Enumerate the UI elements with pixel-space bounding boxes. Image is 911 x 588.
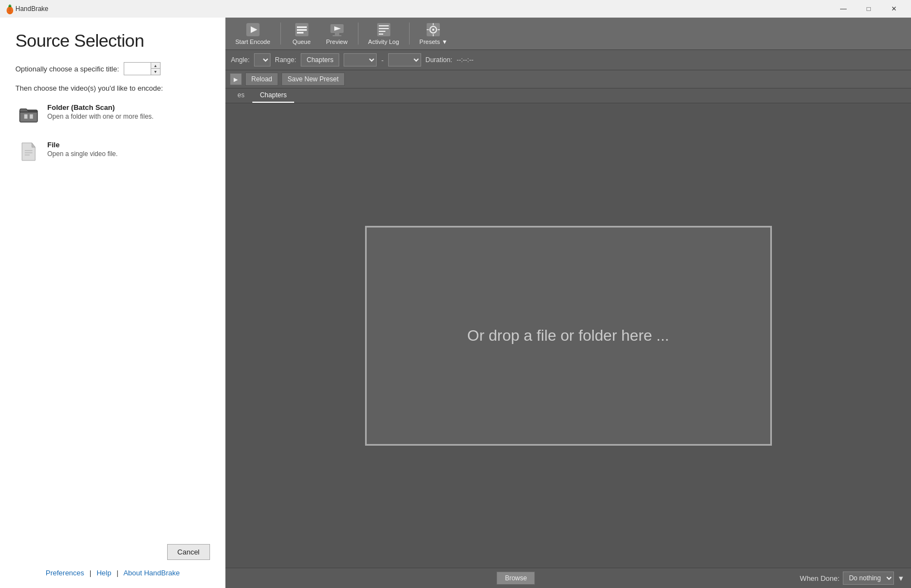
start-encode-button[interactable]: Start Encode	[230, 20, 276, 47]
folder-option-name: Folder (Batch Scan)	[47, 103, 153, 112]
minimize-button[interactable]: —	[831, 0, 856, 18]
queue-label: Queue	[292, 38, 311, 45]
file-icon	[18, 141, 40, 163]
svg-rect-21	[297, 32, 303, 34]
angle-select[interactable]	[254, 53, 270, 66]
controls-row: Angle: Range: Chapters - Duration: --:--…	[225, 50, 911, 70]
queue-button[interactable]: Queue	[285, 20, 318, 47]
source-links: Preferences | Help | About HandBrake	[15, 569, 210, 577]
folder-option-desc: Open a folder with one or more files.	[47, 113, 153, 120]
encode-label: Then choose the video(s) you'd like to e…	[15, 84, 210, 92]
when-done-label: When Done:	[800, 574, 840, 583]
arrow-button[interactable]: ▶	[230, 73, 242, 85]
when-done-select[interactable]: Do nothing Shutdown Suspend Hibernate Sl…	[843, 572, 894, 585]
drop-zone-container: Or drop a file or folder here ...	[225, 103, 911, 568]
queue-icon	[294, 22, 310, 37]
when-done-dropdown-arrow: ▼	[897, 574, 904, 583]
about-link[interactable]: About HandBrake	[123, 569, 180, 577]
file-option-text: File Open a single video file.	[47, 141, 118, 158]
toolbar: Start Encode Queue	[225, 18, 911, 50]
range-dash: -	[381, 56, 383, 64]
title-spinner[interactable]: ▲ ▼	[124, 62, 161, 75]
file-option-name: File	[47, 141, 118, 149]
source-content: Source Selection Optionally choose a spe…	[0, 18, 225, 535]
tab-es[interactable]: es	[230, 88, 252, 103]
drop-text: Or drop a file or folder here ...	[467, 327, 669, 345]
presets-label: Presets ▼	[419, 38, 448, 45]
tab-row: es Chapters	[225, 88, 911, 103]
folder-option[interactable]: Folder (Batch Scan) Open a folder with o…	[15, 101, 210, 127]
window-controls: — □ ✕	[831, 0, 907, 18]
toolbar-sep-3	[409, 23, 410, 45]
chapters-button[interactable]: Chapters	[301, 53, 340, 66]
duration-value: --:--:--	[456, 56, 473, 64]
svg-rect-23	[335, 33, 339, 35]
svg-rect-27	[379, 25, 389, 26]
svg-rect-10	[20, 112, 37, 122]
preferences-link[interactable]: Preferences	[46, 569, 84, 577]
reload-button[interactable]: Reload	[245, 73, 278, 86]
title-bar: HandBrake — □ ✕	[0, 0, 911, 18]
start-encode-icon	[245, 22, 261, 37]
help-link[interactable]: Help	[97, 569, 112, 577]
when-done: When Done: Do nothing Shutdown Suspend H…	[800, 572, 904, 585]
svg-rect-29	[379, 31, 385, 32]
activity-log-icon	[376, 22, 391, 37]
separator-2: |	[117, 569, 118, 577]
close-button[interactable]: ✕	[881, 0, 907, 18]
start-encode-label: Start Encode	[235, 38, 270, 45]
svg-rect-30	[379, 34, 383, 35]
source-title: Source Selection	[15, 31, 210, 51]
maximize-button[interactable]: □	[856, 0, 881, 18]
source-panel: Source Selection Optionally choose a spe…	[0, 18, 225, 588]
spinner-up[interactable]: ▲	[151, 63, 160, 69]
range-end-select[interactable]	[388, 53, 421, 66]
app-title: HandBrake	[15, 5, 831, 13]
bottom-bar: Browse When Done: Do nothing Shutdown Su…	[225, 568, 911, 588]
duration-label: Duration:	[426, 56, 452, 64]
spinner-buttons: ▲ ▼	[151, 63, 160, 75]
title-row: Optionally choose a specific title: ▲ ▼	[15, 62, 210, 75]
toolbar-sep-2	[358, 23, 358, 45]
source-bottom: Cancel Preferences | Help | About HandBr…	[0, 535, 225, 588]
app-container: Source Selection Optionally choose a spe…	[0, 18, 911, 588]
tab-chapters[interactable]: Chapters	[252, 88, 295, 103]
svg-point-1	[7, 7, 13, 13]
activity-log-label: Activity Log	[368, 38, 399, 45]
svg-rect-19	[297, 26, 307, 28]
drop-zone[interactable]: Or drop a file or folder here ...	[365, 226, 772, 446]
file-option-desc: Open a single video file.	[47, 150, 118, 158]
preview-button[interactable]: Preview	[321, 20, 354, 47]
separator-1: |	[90, 569, 91, 577]
title-label: Optionally choose a specific title:	[15, 65, 119, 73]
presets-button[interactable]: Presets ▼	[414, 20, 453, 47]
range-label: Range:	[275, 56, 296, 64]
svg-rect-24	[333, 35, 341, 36]
preview-label: Preview	[326, 38, 347, 45]
preset-row: ▶ Reload Save New Preset	[225, 70, 911, 88]
svg-rect-11	[24, 114, 27, 119]
folder-icon	[18, 103, 40, 125]
cancel-button[interactable]: Cancel	[167, 544, 210, 560]
spinner-down[interactable]: ▼	[151, 69, 160, 75]
toolbar-sep-1	[280, 23, 281, 45]
svg-rect-28	[379, 28, 389, 29]
svg-rect-20	[297, 29, 307, 31]
activity-log-button[interactable]: Activity Log	[363, 20, 405, 47]
svg-point-33	[432, 29, 434, 31]
preview-icon	[329, 22, 345, 37]
file-option[interactable]: File Open a single video file.	[15, 138, 210, 165]
svg-rect-12	[30, 114, 33, 119]
title-input[interactable]	[124, 63, 151, 75]
angle-label: Angle:	[231, 56, 250, 64]
presets-icon	[426, 22, 441, 37]
range-start-select[interactable]	[344, 53, 377, 66]
main-panel: Start Encode Queue	[225, 18, 911, 588]
save-new-preset-button[interactable]: Save New Preset	[281, 73, 345, 86]
app-logo	[4, 3, 15, 14]
browse-button[interactable]: Browse	[496, 572, 535, 585]
folder-option-text: Folder (Batch Scan) Open a folder with o…	[47, 103, 153, 120]
